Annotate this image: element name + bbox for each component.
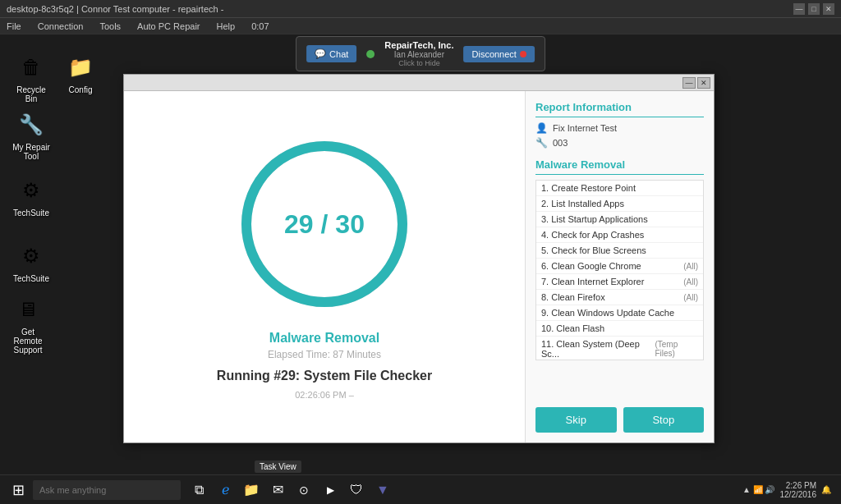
taskbar-icons: ⧉ ℯ 📁 ✉ ⊙ ▶ 🛡 ▼ <box>187 479 394 502</box>
report-section: Report Information 👤 Fix Internet Test 🔧… <box>535 101 704 152</box>
stop-button[interactable]: Stop <box>623 407 705 433</box>
task-list-item: 9. Clean Windows Update Cache <box>536 305 703 321</box>
click-hide-label[interactable]: Click to Hide <box>384 59 453 67</box>
person-icon: 👤 <box>535 122 548 134</box>
taskbar-right: ▲ 📶 🔊 2:26 PM 12/2/2016 🔔 <box>742 481 838 499</box>
notification-icon[interactable]: 🔔 <box>821 485 831 494</box>
disconnect-label: Disconnect <box>471 49 516 59</box>
clock: 2:26 PM <box>780 481 817 490</box>
desktop-icon-config[interactable]: 📁 Config <box>56 49 105 98</box>
report-id-row: 🔧 003 <box>535 137 704 149</box>
task-list-item: 6. Clean Google Chrome(All) <box>536 259 703 274</box>
right-panel: Report Information 👤 Fix Internet Test 🔧… <box>525 91 714 442</box>
desktop-icon-repair-tool[interactable]: 🔧 My RepairTool <box>7 107 56 164</box>
close-btn[interactable]: ✕ <box>823 3 834 15</box>
chat-button[interactable]: 💬 Chat <box>306 45 356 62</box>
connection-status-dot <box>366 50 375 58</box>
task-list-item: 5. Check for Blue Screens <box>536 243 703 259</box>
desktop-icon-techsuite-2[interactable]: ⚙ TechSuite <box>7 238 56 286</box>
techsuite-1-icon: ⚙ <box>16 176 46 205</box>
menu-bar: File Connection Tools Auto PC Repair Hel… <box>0 18 841 34</box>
progress-label: Malware Removal <box>269 331 379 346</box>
desktop: desktop-8c3r5q2 | Connor Test computer -… <box>0 0 841 504</box>
remote-support-icon: 🖥 <box>13 295 43 324</box>
task-view-icon[interactable]: ⧉ <box>187 479 210 502</box>
minimize-btn[interactable]: — <box>793 3 805 15</box>
desktop-icon-recycle-bin[interactable]: 🗑 Recycle Bin <box>7 49 56 107</box>
repair-tool-label: My RepairTool <box>12 143 50 161</box>
start-button[interactable]: ⊞ <box>3 475 33 505</box>
menu-tools[interactable]: Tools <box>96 21 124 31</box>
app-window-titlebar: — ✕ <box>124 75 714 91</box>
malware-section-title: Malware Removal <box>535 158 704 175</box>
repair-tool-icon: 🔧 <box>16 110 46 140</box>
config-icon: 📁 <box>66 53 95 82</box>
progress-circle-container: 29 / 30 <box>234 134 415 314</box>
mail-icon[interactable]: ✉ <box>266 479 289 502</box>
task-list-item: 4. Check for App Crashes <box>536 227 703 243</box>
wrench-icon: 🔧 <box>535 137 548 149</box>
desktop-icon-techsuite-1[interactable]: ⚙ TechSuite <box>7 172 56 221</box>
app-close-btn[interactable]: ✕ <box>697 77 710 89</box>
skip-button[interactable]: Skip <box>535 407 617 433</box>
chat-label: Chat <box>329 49 348 59</box>
menu-autopcrepair[interactable]: Auto PC Repair <box>134 21 203 31</box>
task-list-item: 7. Clean Internet Explorer(All) <box>536 274 703 290</box>
progress-numbers: 29 / 30 <box>284 209 365 240</box>
chat-icon: 💬 <box>315 48 326 59</box>
app-window-controls: — ✕ <box>682 77 710 89</box>
maximize-btn[interactable]: □ <box>808 3 820 15</box>
task-list-item: 8. Clean Firefox(All) <box>536 290 703 305</box>
taskbar: ⊞ ⧉ ℯ 📁 ✉ ⊙ ▶ 🛡 ▼ ▲ 📶 🔊 2:26 PM 12/2/201… <box>0 474 841 504</box>
techsuite-2-label: TechSuite <box>13 274 49 283</box>
task-list-item: 1. Create Restore Point <box>536 181 703 196</box>
report-section-title: Report Information <box>535 101 704 117</box>
agent-name: Ian Alexander <box>384 50 453 59</box>
shield-icon[interactable]: 🛡 <box>345 479 368 502</box>
recycle-bin-icon: 🗑 <box>16 53 46 82</box>
app-minimize-btn[interactable]: — <box>682 77 696 89</box>
fix-internet-label: Fix Internet Test <box>553 123 617 133</box>
desktop-icon-remote-support[interactable]: 🖥 Get Remote Support <box>3 291 53 358</box>
menu-help[interactable]: Help <box>214 21 239 31</box>
disconnect-red-dot <box>520 51 526 57</box>
system-tray-icons: ▲ 📶 🔊 <box>742 485 774 494</box>
timestamp: 02:26:06 PM – <box>295 390 354 400</box>
title-bar: desktop-8c3r5q2 | Connor Test computer -… <box>0 0 841 18</box>
company-info: RepairTech, Inc. Ian Alexander Click to … <box>384 40 453 67</box>
left-panel: 29 / 30 Malware Removal Elapsed Time: 87… <box>124 91 525 442</box>
recycle-bin-label: Recycle Bin <box>10 85 53 103</box>
task-list-item: 11. Clean System (Deep Sc...(Temp Files) <box>536 337 703 360</box>
edge-icon[interactable]: ℯ <box>214 479 237 502</box>
menu-connection[interactable]: Connection <box>34 21 87 31</box>
task-view-tooltip: Task View <box>255 460 301 473</box>
task-list-item: 2. List Installed Apps <box>536 196 703 212</box>
config-label: Config <box>69 85 93 94</box>
app-window: — ✕ 29 / 30 Malware Removal Elapse <box>123 74 715 443</box>
cmd-icon[interactable]: ▶ <box>319 479 342 502</box>
report-id-label: 003 <box>553 138 568 148</box>
app-icon[interactable]: ▼ <box>371 479 394 502</box>
chrome-icon[interactable]: ⊙ <box>292 479 315 502</box>
connection-bar: 💬 Chat RepairTech, Inc. Ian Alexander Cl… <box>296 36 545 71</box>
task-list[interactable]: 1. Create Restore Point2. List Installed… <box>535 180 704 360</box>
running-text: Running #29: System File Checker <box>217 369 432 383</box>
malware-section: Malware Removal 1. Create Restore Point2… <box>535 158 704 394</box>
date: 12/2/2016 <box>780 490 817 499</box>
file-explorer-icon[interactable]: 📁 <box>240 479 263 502</box>
fix-internet-row: 👤 Fix Internet Test <box>535 122 704 134</box>
app-content: 29 / 30 Malware Removal Elapsed Time: 87… <box>124 91 714 442</box>
task-list-item: 10. Clean Flash <box>536 321 703 337</box>
menu-file[interactable]: File <box>3 21 25 31</box>
disconnect-button[interactable]: Disconnect <box>463 46 534 62</box>
title-bar-controls: — □ ✕ <box>793 3 834 15</box>
remote-support-label: Get Remote Support <box>7 328 49 355</box>
menu-timer: 0:07 <box>248 21 272 31</box>
circle-text: 29 / 30 <box>284 209 365 240</box>
techsuite-1-label: TechSuite <box>13 208 49 218</box>
search-input[interactable] <box>33 480 181 500</box>
taskbar-time: 2:26 PM 12/2/2016 <box>780 481 817 499</box>
elapsed-time: Elapsed Time: 87 Minutes <box>268 349 381 360</box>
company-name: RepairTech, Inc. <box>384 40 453 50</box>
title-bar-title: desktop-8c3r5q2 | Connor Test computer -… <box>7 4 223 14</box>
